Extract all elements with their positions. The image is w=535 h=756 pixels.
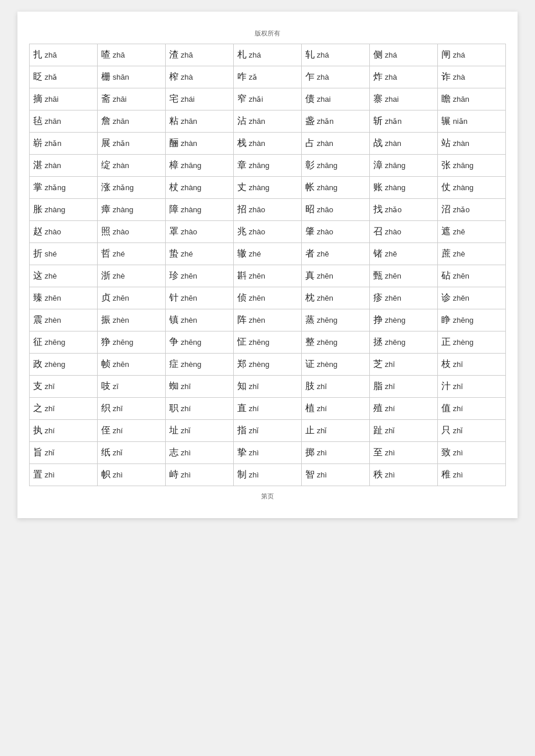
pinyin: zhǐ xyxy=(181,426,191,435)
pinyin: zhàn xyxy=(453,139,469,148)
pinyin: zhǐ xyxy=(249,426,259,435)
pinyin: zhēn xyxy=(317,272,333,280)
table-cell: 郑 zhèng xyxy=(234,354,302,376)
table-cell: 浙 zhè xyxy=(98,265,166,287)
pinyin: zhá xyxy=(317,51,329,59)
chinese-char: 趾 xyxy=(373,425,383,435)
table-cell: 只 zhǐ xyxy=(438,420,506,442)
chinese-char: 汁 xyxy=(441,381,451,391)
chinese-char: 榨 xyxy=(169,72,179,81)
table-cell: 值 zhí xyxy=(438,398,506,420)
table-cell: 怔 zhēng xyxy=(234,331,302,354)
page: 版权所有 扎 zhā喳 zhā渣 zhā札 zhá轧 zhá侧 zhá闸 zhá… xyxy=(17,12,518,518)
table-cell: 沾 zhān xyxy=(234,110,302,133)
table-cell: 站 zhàn xyxy=(438,133,506,155)
chinese-char: 詹 xyxy=(101,116,110,126)
chinese-char: 症 xyxy=(169,359,179,369)
table-cell: 眨 zhǎ xyxy=(30,66,98,88)
table-row: 置 zhì帜 zhì峙 zhì制 zhì智 zhì秩 zhì稚 zhì xyxy=(30,464,506,486)
table-cell: 帜 zhì xyxy=(98,464,166,486)
table-cell: 殖 zhí xyxy=(370,398,438,420)
chinese-char: 狰 xyxy=(101,337,110,347)
pinyin: zhà xyxy=(181,73,193,81)
pinyin: zhì xyxy=(249,470,259,479)
pinyin: zhè xyxy=(453,249,465,258)
chinese-char: 瞻 xyxy=(441,94,451,104)
chinese-char: 侦 xyxy=(237,293,247,302)
pinyin: zhēn xyxy=(453,272,469,280)
table-cell: 瞻 zhān xyxy=(438,88,506,110)
pinyin: zhēn xyxy=(181,294,197,302)
table-cell: 斟 zhēn xyxy=(234,265,302,287)
table-cell: 侄 zhí xyxy=(98,420,166,442)
chinese-char: 照 xyxy=(101,226,110,236)
chinese-char: 肇 xyxy=(305,226,315,236)
table-cell: 止 zhǐ xyxy=(302,420,370,442)
pinyin: zhí xyxy=(385,404,395,413)
pinyin: zhī xyxy=(249,382,259,391)
table-cell: 挚 zhì xyxy=(234,442,302,464)
table-cell: 折 shé xyxy=(30,243,98,265)
pinyin: zhān xyxy=(113,117,129,126)
pinyin: zhé xyxy=(249,249,261,258)
pinyin: zhǎn xyxy=(385,117,402,126)
table-cell: 峙 zhì xyxy=(166,464,234,486)
chinese-char: 找 xyxy=(373,204,383,214)
table-cell: 涨 zhǎng xyxy=(98,177,166,199)
table-cell: 帧 zhēn xyxy=(98,354,166,376)
chinese-char: 丈 xyxy=(237,182,247,192)
table-cell: 致 zhì xyxy=(438,442,506,464)
pinyin: zhēng xyxy=(453,316,473,324)
chinese-char: 斩 xyxy=(373,116,383,126)
chinese-char: 枝 xyxy=(441,359,451,369)
pinyin: zhān xyxy=(181,117,197,126)
pinyin: zhàng xyxy=(45,205,65,214)
pinyin: zhàng xyxy=(181,183,201,192)
table-cell: 智 zhì xyxy=(302,464,370,486)
chinese-char: 支 xyxy=(33,381,42,391)
chinese-char: 哲 xyxy=(101,248,110,258)
table-cell: 争 zhēng xyxy=(166,331,234,354)
table-cell: 制 zhì xyxy=(234,464,302,486)
table-cell: 征 zhēng xyxy=(30,331,98,354)
pinyin: zhēng xyxy=(317,316,337,324)
table-cell: 沼 zhǎo xyxy=(438,199,506,221)
pinyin: zhāi xyxy=(113,95,127,104)
table-cell: 彰 zhāng xyxy=(302,155,370,177)
chinese-char: 正 xyxy=(441,337,451,347)
chinese-char: 占 xyxy=(305,138,315,148)
pinyin: zhēn xyxy=(181,272,197,280)
chinese-char: 侧 xyxy=(373,49,383,59)
table-cell: 珍 zhēn xyxy=(166,265,234,287)
table-cell: 枕 zhěn xyxy=(302,287,370,309)
chinese-char: 秩 xyxy=(373,469,383,479)
table-row: 摘 zhāi斋 zhāi宅 zhái窄 zhǎi债 zhai寨 zhai瞻 zh… xyxy=(30,88,506,110)
pinyin: zhān xyxy=(453,95,469,104)
table-cell: 榨 zhà xyxy=(166,66,234,88)
pinyin: zhī xyxy=(181,382,191,391)
table-cell: 阵 zhèn xyxy=(234,309,302,331)
table-row: 湛 zhàn绽 zhàn樟 zhāng章 zhāng彰 zhāng漳 zhāng… xyxy=(30,155,506,177)
pinyin: zhǐ xyxy=(317,426,327,435)
pinyin: shé xyxy=(45,249,57,258)
pinyin: zhí xyxy=(45,426,55,435)
table-cell: 瘴 zhàng xyxy=(98,199,166,221)
chinese-char: 章 xyxy=(237,160,247,170)
pinyin: zhēng xyxy=(45,338,65,347)
chinese-char: 睁 xyxy=(441,315,451,324)
table-cell: 照 zhào xyxy=(98,221,166,243)
chinese-char: 沾 xyxy=(237,116,247,126)
table-cell: 蛰 zhé xyxy=(166,243,234,265)
table-cell: 疹 zhěn xyxy=(370,287,438,309)
table-cell: 招 zhāo xyxy=(234,199,302,221)
chinese-char: 纸 xyxy=(101,447,110,457)
pinyin: zhēng xyxy=(181,338,201,347)
chinese-char: 震 xyxy=(33,315,42,324)
table-cell: 砧 zhēn xyxy=(438,265,506,287)
pinyin: zhàng xyxy=(181,205,201,214)
table-cell: 酾 zhàn xyxy=(166,133,234,155)
pinyin: zhì xyxy=(181,470,191,479)
chinese-char: 枕 xyxy=(305,293,315,302)
chinese-char: 怔 xyxy=(237,337,247,347)
pinyin: zhěn xyxy=(385,294,401,302)
